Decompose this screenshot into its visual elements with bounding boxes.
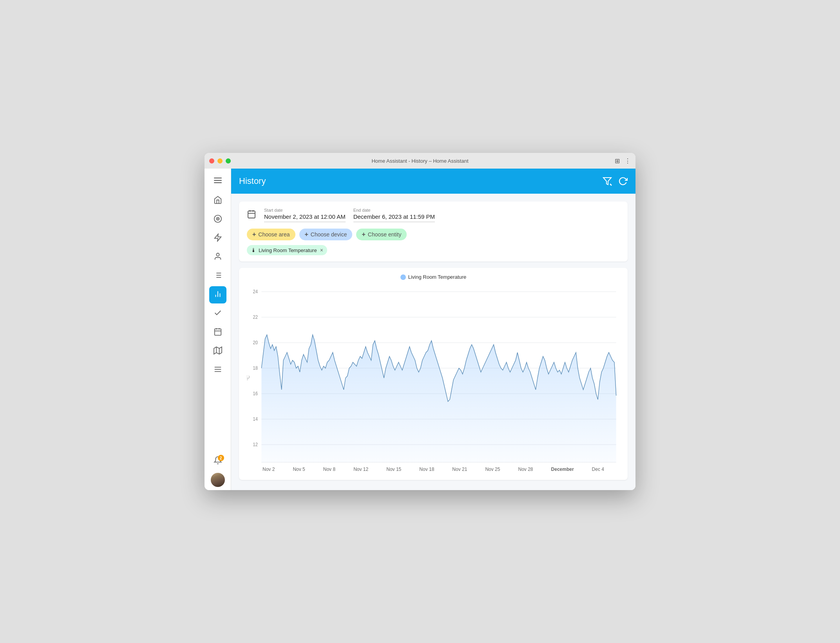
- x-label-nov28: Nov 28: [518, 467, 533, 472]
- avatar-image: [211, 473, 225, 487]
- thermometer-icon: 🌡: [251, 247, 256, 253]
- window-title: Home Assistant - History – Home Assistan…: [371, 158, 468, 164]
- plus-icon: +: [305, 231, 308, 238]
- choose-device-label: Choose device: [311, 231, 347, 238]
- menu-button[interactable]: [209, 172, 226, 189]
- refresh-button[interactable]: [618, 176, 628, 186]
- lightning-icon: [214, 233, 222, 244]
- page-header: History: [231, 169, 635, 194]
- legend-item-temp: Living Room Temperature: [400, 274, 467, 280]
- person-icon: [214, 252, 222, 263]
- home-icon: [214, 196, 222, 206]
- titlebar-actions: ⊞ ⋮: [615, 157, 631, 165]
- end-date-field[interactable]: End date December 6, 2023 at 11:59 PM: [353, 208, 435, 222]
- sidebar-item-maps[interactable]: [209, 343, 226, 360]
- choose-device-chip[interactable]: + Choose device: [299, 229, 353, 240]
- x-label-nov8: Nov 8: [323, 467, 335, 472]
- page-title: History: [239, 176, 603, 186]
- content-area: Start date November 2, 2023 at 12:00 AM …: [231, 194, 635, 490]
- user-avatar[interactable]: [211, 473, 225, 487]
- svg-text:12: 12: [253, 442, 258, 447]
- end-date-value: December 6, 2023 at 11:59 PM: [353, 213, 435, 220]
- app-window: Home Assistant - History – Home Assistan…: [205, 153, 635, 490]
- hamburger-icon: [214, 178, 222, 178]
- hamburger-icon: [214, 182, 222, 183]
- svg-text:20: 20: [253, 340, 258, 345]
- choose-area-label: Choose area: [258, 231, 290, 238]
- start-date-value: November 2, 2023 at 12:00 AM: [264, 213, 346, 220]
- header-actions: [603, 176, 628, 186]
- svg-text:14: 14: [253, 416, 258, 421]
- x-label-nov25: Nov 25: [485, 467, 500, 472]
- sidebar-item-calendar[interactable]: [209, 324, 226, 341]
- legend-label: Living Room Temperature: [408, 274, 467, 280]
- config-icon: [214, 365, 222, 376]
- svg-marker-18: [214, 347, 221, 354]
- entity-tag-living-room-temp[interactable]: 🌡 Living Room Temperature ×: [247, 245, 327, 255]
- close-button[interactable]: [209, 158, 214, 163]
- entity-tag-close-button[interactable]: ×: [320, 247, 323, 253]
- puzzle-icon[interactable]: ⊞: [615, 157, 620, 165]
- svg-text:24: 24: [253, 289, 258, 294]
- svg-rect-26: [248, 211, 255, 218]
- sidebar-item-automations[interactable]: [209, 230, 226, 247]
- end-date-label: End date: [353, 208, 435, 213]
- svg-marker-24: [603, 178, 611, 185]
- check-icon: [214, 309, 222, 319]
- sidebar-bottom: 2: [209, 452, 226, 487]
- plus-icon: +: [362, 231, 365, 238]
- date-row: Start date November 2, 2023 at 12:00 AM …: [247, 208, 620, 222]
- svg-line-25: [610, 184, 612, 185]
- start-date-field[interactable]: Start date November 2, 2023 at 12:00 AM: [264, 208, 346, 222]
- filter-chips-row: + Choose area + Choose device + Choose e…: [247, 229, 620, 240]
- maximize-button[interactable]: [226, 158, 231, 163]
- sidebar-item-config[interactable]: [209, 361, 226, 379]
- app-body: 2 History: [205, 169, 635, 490]
- x-label-nov18: Nov 18: [419, 467, 434, 472]
- x-axis-labels: Nov 2 Nov 5 Nov 8 Nov 12 Nov 15 Nov 18 N…: [247, 467, 620, 472]
- clear-filter-button[interactable]: [603, 176, 612, 186]
- choose-entity-label: Choose entity: [368, 231, 402, 238]
- x-label-december: December: [551, 467, 574, 472]
- notification-button[interactable]: 2: [209, 452, 226, 470]
- more-options-icon[interactable]: ⋮: [625, 157, 631, 165]
- svg-point-4: [216, 253, 219, 256]
- calendar-icon: [214, 327, 222, 338]
- filter-panel: Start date November 2, 2023 at 12:00 AM …: [239, 202, 628, 262]
- calendar-date-icon: [247, 209, 256, 221]
- chart-icon: [214, 290, 222, 300]
- x-label-dec4: Dec 4: [592, 467, 604, 472]
- svg-text:16: 16: [253, 391, 258, 396]
- entity-tags-row: 🌡 Living Room Temperature ×: [247, 245, 620, 255]
- x-label-nov21: Nov 21: [452, 467, 467, 472]
- choose-entity-chip[interactable]: + Choose entity: [356, 229, 407, 240]
- x-label-nov12: Nov 12: [353, 467, 368, 472]
- ai-icon: [214, 214, 222, 225]
- minimize-button[interactable]: [217, 158, 223, 163]
- sidebar-item-persons[interactable]: [209, 249, 226, 266]
- x-label-nov15: Nov 15: [386, 467, 401, 472]
- map-icon: [214, 346, 222, 357]
- chart-wrapper: 24 22 20 18 16 14 12 °C: [247, 284, 620, 472]
- start-date-label: Start date: [264, 208, 346, 213]
- svg-text:18: 18: [253, 365, 258, 371]
- sidebar-nav: [209, 192, 226, 452]
- choose-area-chip[interactable]: + Choose area: [247, 229, 295, 240]
- titlebar: Home Assistant - History – Home Assistan…: [205, 153, 635, 169]
- chart-area: [261, 335, 616, 462]
- sidebar: 2: [205, 169, 231, 490]
- sidebar-item-logbook[interactable]: [209, 267, 226, 285]
- notification-badge: 2: [218, 455, 224, 461]
- sidebar-item-ai[interactable]: [209, 211, 226, 228]
- sidebar-item-todo[interactable]: [209, 305, 226, 322]
- x-label-nov5: Nov 5: [293, 467, 305, 472]
- sidebar-item-history[interactable]: [209, 286, 226, 303]
- svg-text:22: 22: [253, 314, 258, 320]
- list-icon: [214, 271, 222, 282]
- hamburger-icon: [214, 180, 222, 181]
- entity-tag-label: Living Room Temperature: [259, 247, 317, 253]
- svg-point-2: [217, 218, 218, 219]
- svg-text:°C: °C: [247, 376, 250, 381]
- sidebar-item-home[interactable]: [209, 192, 226, 209]
- chart-legend: Living Room Temperature: [247, 274, 620, 280]
